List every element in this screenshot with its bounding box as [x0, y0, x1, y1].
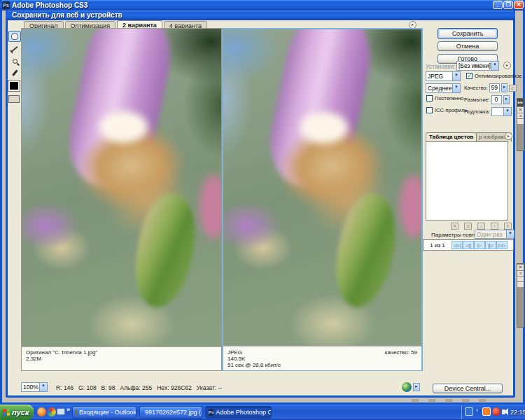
quicklaunch-overflow-chevron[interactable]: »	[66, 406, 70, 413]
collapsed-palette-bottom[interactable]: ✕ ≡	[517, 263, 524, 328]
transparency-map-icon[interactable]: ✕	[451, 223, 458, 230]
slice-select-tool-button[interactable]	[8, 43, 21, 55]
matte-row: Подложка:	[464, 107, 512, 116]
taskbar-item-photoshop[interactable]: Ps Adobe Photoshop CS3	[205, 406, 272, 419]
icc-profile-checkbox[interactable]	[426, 107, 433, 113]
toggle-slices-visibility-button[interactable]	[8, 95, 20, 103]
restore-button[interactable]: ❐	[503, 1, 513, 9]
antivirus-tray-icon[interactable]	[492, 407, 500, 416]
format-select[interactable]: JPEG	[426, 71, 461, 81]
start-button[interactable]: пуск	[0, 405, 34, 420]
eyedropper-tool-button[interactable]	[8, 67, 21, 78]
cancel-button[interactable]: Отмена	[438, 41, 498, 51]
color-table-flyout-icon[interactable]: ▸	[505, 132, 512, 140]
eyedropper-color-swatch[interactable]	[8, 80, 20, 91]
original-filesize: 2,32M	[26, 356, 217, 362]
color-table-toolbar: ✕ ◎ ⌂ ▫ ≡	[451, 223, 512, 230]
minimize-button[interactable]: _	[493, 1, 503, 9]
delete-color-icon[interactable]: ≡	[504, 223, 512, 230]
dropdown-arrow-icon[interactable]	[452, 84, 460, 92]
palette-tab[interactable]	[517, 276, 524, 281]
palette-close-icon[interactable]: ✕	[517, 264, 524, 270]
palette-close-icon[interactable]: ✕	[517, 106, 524, 113]
web-shift-icon[interactable]: ◎	[464, 223, 472, 230]
original-filename: Оригинал "C. trinervia 1.jpg"	[26, 349, 217, 356]
matte-label: Подложка:	[464, 108, 490, 115]
tray-clock: 22:15	[510, 405, 525, 420]
dropdown-arrow-icon[interactable]	[503, 108, 511, 115]
dropdown-arrow-icon[interactable]	[39, 383, 47, 391]
desktop: ▶▶ ✕ ≡ ✕ ≡ Ps Adobe Photoshop CS3 _ ❐ ✕ …	[0, 0, 525, 420]
dropdown-arrow-icon	[506, 230, 514, 238]
slice-icon	[12, 46, 18, 52]
zoom-tool-button[interactable]	[8, 55, 21, 66]
photoshop-app-icon: Ps	[2, 1, 10, 9]
quality-mask-icon[interactable]: ◎	[509, 85, 517, 92]
optimize-menu-flyout-icon[interactable]: ▸	[503, 62, 511, 69]
lock-color-icon[interactable]: ⌂	[477, 223, 485, 230]
preset-select[interactable]: [Без имени]	[456, 61, 499, 71]
close-button[interactable]: ✕	[514, 1, 524, 9]
progressive-checkbox[interactable]	[426, 95, 433, 102]
play-button[interactable]: ▷	[474, 241, 485, 249]
hand-tool-button[interactable]	[8, 31, 21, 42]
optimized-checkbox[interactable]	[466, 73, 472, 79]
zoom-level-select[interactable]: 100%	[21, 382, 48, 392]
firefox-quicklaunch-icon[interactable]	[37, 407, 46, 416]
device-central-button[interactable]: Device Central...	[433, 384, 503, 393]
show-desktop-icon[interactable]	[57, 408, 65, 415]
matte-select[interactable]	[491, 107, 512, 116]
dropdown-arrow-icon[interactable]	[491, 62, 498, 70]
quality-slider-arrow-icon[interactable]	[501, 83, 507, 92]
previous-frame-button[interactable]: ◁|	[463, 241, 474, 249]
loop-select: Один раз	[475, 230, 514, 239]
dropdown-arrow-icon[interactable]	[452, 72, 460, 80]
palette-menu-icon[interactable]: ≡	[517, 113, 524, 118]
language-indicator-icon[interactable]	[465, 407, 473, 416]
taskbar-item-image[interactable]: 99176262e572.jpg (изо...	[139, 406, 202, 419]
palette-menu-icon[interactable]: ≡	[517, 270, 524, 276]
blur-label: Размытие:	[464, 97, 490, 103]
new-color-icon[interactable]: ▫	[491, 223, 498, 230]
blur-slider-arrow-icon[interactable]	[503, 95, 510, 104]
color-readout: R: 146 G: 108 B: 98 Альфа: 255 Hex: 926C…	[56, 384, 222, 391]
browser-select-arrow-icon[interactable]	[413, 383, 420, 391]
tray-collapse-chevron[interactable]: ‹	[476, 407, 478, 414]
optimized-quality-readout: качество: 59	[385, 349, 417, 356]
browser-quicklaunch-icon[interactable]	[47, 407, 56, 416]
save-button[interactable]: Сохранить	[438, 28, 498, 39]
dialog-title: Сохранить для веб и устройств	[12, 10, 122, 20]
palette-tab[interactable]	[517, 281, 524, 287]
original-preview-image[interactable]	[22, 29, 221, 346]
start-label: пуск	[12, 408, 29, 416]
progressive-label: Постепенно	[435, 95, 464, 102]
collapsed-palette-top[interactable]: ▶▶ ✕ ≡	[517, 98, 524, 151]
compression-select[interactable]: Среднее	[426, 83, 461, 93]
optimized-info-panel: JPEG 140.5K 51 сек @ 28,8 кбит/с качеств…	[223, 346, 421, 370]
optimized-preview-image[interactable]	[223, 29, 421, 346]
quality-row: Качество: 59 ◎	[464, 83, 517, 92]
photoshop-icon: Ps	[209, 409, 214, 416]
frame-counter: 1 из 1	[424, 242, 451, 248]
palette-expand-icon[interactable]: ▶▶	[517, 99, 524, 106]
color-table-tabs: Таблица цветов р изображения	[426, 132, 512, 141]
progressive-row: Постепенно	[426, 95, 464, 102]
palette-tab[interactable]	[517, 118, 524, 124]
outlook-icon	[76, 409, 77, 416]
preview-in-browser-icon[interactable]	[402, 382, 412, 392]
speaker-icon-cone	[504, 408, 508, 415]
blur-input[interactable]: 0	[491, 95, 502, 104]
tray-divider	[461, 405, 462, 419]
taskbar-item-outlook[interactable]: Входящие - Outlook E...	[72, 406, 136, 419]
download-manager-tray-icon[interactable]	[482, 407, 491, 416]
last-frame-button[interactable]: ▷▷	[496, 241, 507, 249]
optimized-download-time: 51 сек @ 28,8 кбит/с	[227, 362, 417, 368]
tab-color-table[interactable]: Таблица цветов	[426, 132, 477, 141]
next-frame-button[interactable]: |▷	[485, 241, 496, 249]
color-table-area[interactable]	[426, 141, 508, 220]
blur-row: Размытие: 0	[464, 95, 510, 104]
first-frame-button[interactable]: ◁◁	[451, 241, 463, 249]
preset-value: [Без имени]	[457, 62, 491, 70]
magnifier-icon	[13, 59, 18, 64]
quality-input[interactable]: 59	[489, 83, 500, 92]
